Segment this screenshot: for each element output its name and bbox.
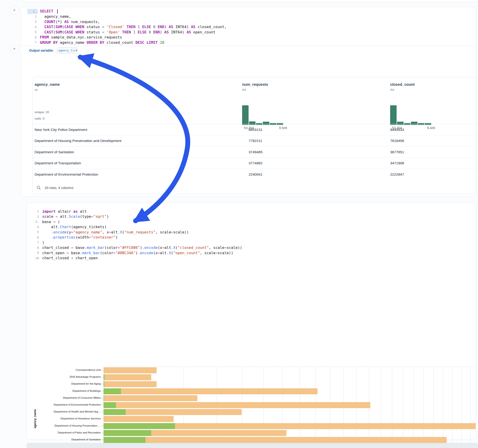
column-type: i64 bbox=[242, 88, 339, 92]
bar-chart: agency_name Correspondence UnitDHS Advan… bbox=[27, 284, 476, 438]
line-number: 3⌄ bbox=[30, 219, 40, 224]
bar-open-count bbox=[104, 402, 116, 408]
code-text: CAST(SUM(CASE WHEN status = 'Closed' THE… bbox=[40, 25, 226, 29]
code-text: CAST(SUM(CASE WHEN status = 'Open' THEN … bbox=[40, 30, 215, 34]
bar-closed-count bbox=[104, 437, 447, 443]
sql-code-editor[interactable]: 1⌄SELECT 2 agency_name,3 COUNT(*) AS num… bbox=[21, 7, 476, 45]
bar-open-count bbox=[104, 430, 151, 436]
table-cell: 3471908 bbox=[390, 158, 404, 169]
column-header[interactable]: agency_namestrunique: 20nulls: 0 bbox=[35, 82, 132, 92]
line-number: 1⌄ bbox=[27, 9, 38, 14]
column-header[interactable]: closed_counti6453,3049.4e6 bbox=[390, 82, 476, 92]
bar-open-count bbox=[104, 409, 126, 415]
line-number: 6 bbox=[27, 35, 38, 40]
bar-open-count bbox=[104, 388, 121, 394]
code-text: FROM sample_data.nyc.service_requests bbox=[40, 35, 122, 39]
y-axis-label: Department of Homeless Services bbox=[27, 417, 101, 420]
add-cell-button[interactable]: + bbox=[10, 6, 19, 14]
table-cell: 7782211 bbox=[249, 135, 262, 146]
fold-chevron-icon[interactable]: ⌄ bbox=[35, 10, 37, 13]
column-header[interactable]: num_requestsi6453,3049.5e6 bbox=[242, 82, 339, 92]
y-axis-tick bbox=[102, 440, 103, 440]
bar-closed-count bbox=[104, 374, 151, 380]
y-axis-label: Department of Parks and Recreation bbox=[27, 431, 101, 434]
code-text: scale = alt.Scale(type="sqrt") bbox=[42, 214, 109, 219]
table-cell: Department of Transportation bbox=[35, 158, 81, 169]
column-histogram bbox=[242, 105, 283, 125]
table-cell: 3749485 bbox=[249, 147, 262, 158]
bar-closed-count bbox=[104, 381, 157, 387]
code-line[interactable]: 2scale = alt.Scale(type="sqrt") bbox=[27, 214, 476, 219]
code-line[interactable]: 4 alt.Chart(agency_tickets) bbox=[27, 224, 476, 230]
code-line[interactable]: 3 COUNT(*) AS num_requests, bbox=[21, 19, 476, 25]
code-line[interactable]: 4 CAST(SUM(CASE WHEN status = 'Closed' T… bbox=[21, 25, 476, 30]
y-axis-tick bbox=[102, 384, 103, 384]
code-line[interactable]: 1⌄SELECT bbox=[21, 9, 476, 14]
gridline bbox=[413, 367, 414, 448]
output-variable-pill[interactable]: agency_tickets bbox=[57, 48, 77, 53]
bar-open-count bbox=[104, 381, 104, 387]
code-line[interactable]: 3⌄base = ( bbox=[27, 219, 476, 224]
python-code-editor[interactable]: 1import altair as alt2scale = alt.Scale(… bbox=[27, 203, 476, 261]
y-axis-label: Department of Buildings bbox=[27, 389, 101, 392]
fold-chevron-icon[interactable]: ⌄ bbox=[38, 221, 39, 223]
code-line[interactable]: 7GROUP BY agency_name ORDER BY closed_co… bbox=[21, 40, 476, 45]
y-axis-label: Department of Consumer Affairs bbox=[27, 396, 101, 399]
code-line[interactable]: 6FROM sample_data.nyc.service_requests bbox=[21, 35, 476, 40]
column-type: str bbox=[35, 88, 132, 92]
column-name: num_requests bbox=[242, 82, 339, 87]
code-line[interactable]: 5 CAST(SUM(CASE WHEN status = 'Open' THE… bbox=[21, 30, 476, 35]
result-table: agency_namestrunique: 20nulls: 0num_requ… bbox=[32, 77, 476, 194]
table-cell: 9453131 bbox=[249, 124, 262, 135]
gridline bbox=[470, 367, 470, 448]
histogram-bar bbox=[390, 105, 396, 125]
column-type: i64 bbox=[390, 88, 476, 92]
code-text: chart_closed + chart_open bbox=[42, 256, 98, 260]
code-line[interactable]: 5 .encode(y="agency_name", x=alt.X("num_… bbox=[27, 230, 476, 235]
code-line[interactable]: 10chart_closed + chart_open bbox=[27, 255, 476, 261]
gridline bbox=[434, 367, 434, 448]
code-line[interactable]: 7) bbox=[27, 240, 476, 245]
bar-open-count bbox=[104, 374, 104, 380]
table-cell: Department of Environmental Protection bbox=[35, 169, 98, 180]
y-axis-tick bbox=[102, 433, 103, 433]
search-icon[interactable] bbox=[37, 186, 41, 190]
code-line[interactable]: 1import altair as alt bbox=[27, 209, 476, 214]
table-row: Department of Housing Preservation and D… bbox=[33, 135, 476, 146]
y-axis-tick bbox=[102, 377, 103, 377]
code-line[interactable]: 8chart_closed = base.mark_bar(color="#FF… bbox=[27, 245, 476, 250]
code-line[interactable]: 2 agency_name, bbox=[21, 14, 476, 19]
code-text: base = ( bbox=[42, 220, 60, 224]
line-number: 4 bbox=[27, 25, 38, 30]
y-axis-label: Department for the Aging bbox=[27, 382, 101, 385]
bar-closed-count bbox=[104, 388, 318, 394]
line-number: 9 bbox=[30, 250, 40, 255]
gridline bbox=[443, 367, 443, 448]
y-axis-label: Department of Housing Preservation … bbox=[27, 424, 101, 427]
text-cursor bbox=[57, 9, 58, 14]
gridline bbox=[381, 367, 381, 448]
table-row: Department of Environmental Protection22… bbox=[33, 169, 476, 180]
column-name: closed_count bbox=[390, 82, 476, 87]
output-variable-label: Output variable: bbox=[29, 49, 54, 52]
table-cell: 2222847 bbox=[390, 169, 404, 180]
code-line[interactable]: 6 .properties(width="container") bbox=[27, 235, 476, 240]
previous-cell-bottom-edge bbox=[22, 0, 478, 2]
bar-open-count bbox=[104, 437, 145, 443]
cell-resize-handle[interactable] bbox=[26, 443, 478, 448]
y-axis-tick bbox=[102, 419, 103, 419]
code-line[interactable]: 9chart_open = base.mark_bar(color="#8BC3… bbox=[27, 250, 476, 255]
bar-closed-count bbox=[104, 367, 157, 373]
bar-open-count bbox=[104, 423, 175, 429]
add-cell-button[interactable]: + bbox=[10, 45, 19, 53]
table-cell: 3774892 bbox=[249, 158, 262, 169]
line-number: 3 bbox=[27, 19, 38, 25]
y-axis-label: Department of Sanitation bbox=[27, 438, 101, 441]
gridline bbox=[424, 367, 424, 448]
y-axis-label: Department of Environmental Protection bbox=[27, 403, 101, 406]
gridline bbox=[392, 367, 392, 448]
gridline bbox=[453, 367, 453, 448]
table-row-count: 20 rows, 4 columns bbox=[45, 186, 74, 190]
bar-open-count bbox=[104, 395, 104, 401]
y-axis-label: DHS Advantage Programs bbox=[27, 375, 101, 378]
